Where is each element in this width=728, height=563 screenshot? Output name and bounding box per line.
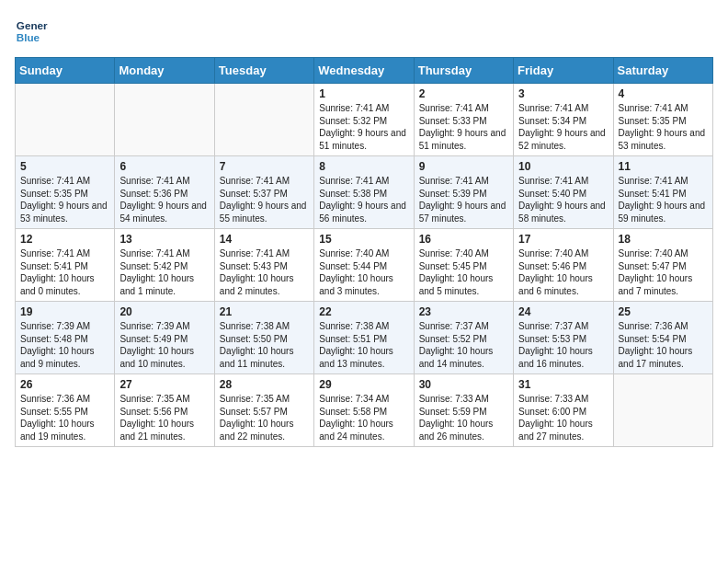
calendar-cell: 7Sunrise: 7:41 AM Sunset: 5:37 PM Daylig…: [214, 156, 313, 229]
day-info: Sunrise: 7:41 AM Sunset: 5:32 PM Dayligh…: [319, 102, 408, 152]
calendar-cell: 29Sunrise: 7:34 AM Sunset: 5:58 PM Dayli…: [314, 374, 414, 447]
calendar-cell: 5Sunrise: 7:41 AM Sunset: 5:35 PM Daylig…: [16, 156, 115, 229]
svg-text:General: General: [17, 19, 48, 31]
calendar-week-row: 1Sunrise: 7:41 AM Sunset: 5:32 PM Daylig…: [16, 84, 713, 156]
day-number: 29: [319, 378, 408, 391]
calendar-cell: 8Sunrise: 7:41 AM Sunset: 5:38 PM Daylig…: [314, 156, 414, 229]
calendar-cell: 22Sunrise: 7:38 AM Sunset: 5:51 PM Dayli…: [314, 302, 414, 374]
svg-text:Blue: Blue: [17, 31, 40, 43]
calendar-cell: 20Sunrise: 7:39 AM Sunset: 5:49 PM Dayli…: [115, 302, 214, 374]
day-number: 31: [518, 378, 608, 391]
calendar-cell: 16Sunrise: 7:40 AM Sunset: 5:45 PM Dayli…: [414, 229, 513, 302]
calendar-cell: 21Sunrise: 7:38 AM Sunset: 5:50 PM Dayli…: [214, 302, 313, 374]
day-info: Sunrise: 7:38 AM Sunset: 5:50 PM Dayligh…: [220, 320, 309, 370]
day-info: Sunrise: 7:35 AM Sunset: 5:57 PM Dayligh…: [220, 393, 309, 442]
calendar-cell: 19Sunrise: 7:39 AM Sunset: 5:48 PM Dayli…: [16, 302, 115, 374]
calendar-cell: [214, 84, 313, 156]
calendar-cell: 27Sunrise: 7:35 AM Sunset: 5:56 PM Dayli…: [115, 374, 214, 447]
page-header: General Blue: [15, 15, 713, 48]
calendar-cell: 30Sunrise: 7:33 AM Sunset: 5:59 PM Dayli…: [414, 374, 513, 447]
day-number: 12: [20, 233, 109, 246]
calendar-cell: 6Sunrise: 7:41 AM Sunset: 5:36 PM Daylig…: [115, 156, 214, 229]
calendar-cell: 9Sunrise: 7:41 AM Sunset: 5:39 PM Daylig…: [414, 156, 513, 229]
day-number: 23: [419, 305, 508, 318]
weekday-header-tuesday: Tuesday: [214, 58, 313, 84]
day-info: Sunrise: 7:40 AM Sunset: 5:46 PM Dayligh…: [518, 247, 608, 297]
weekday-header-thursday: Thursday: [414, 58, 513, 84]
day-number: 11: [619, 160, 708, 173]
calendar-cell: 18Sunrise: 7:40 AM Sunset: 5:47 PM Dayli…: [613, 229, 712, 302]
day-info: Sunrise: 7:41 AM Sunset: 5:37 PM Dayligh…: [220, 175, 309, 224]
day-number: 5: [20, 160, 109, 173]
calendar-header-row: SundayMondayTuesdayWednesdayThursdayFrid…: [16, 58, 713, 84]
calendar-cell: [613, 374, 712, 447]
day-number: 9: [419, 160, 508, 173]
weekday-header-saturday: Saturday: [613, 58, 712, 84]
day-info: Sunrise: 7:37 AM Sunset: 5:52 PM Dayligh…: [419, 320, 508, 370]
day-info: Sunrise: 7:40 AM Sunset: 5:45 PM Dayligh…: [419, 247, 508, 297]
calendar-cell: 28Sunrise: 7:35 AM Sunset: 5:57 PM Dayli…: [214, 374, 313, 447]
day-number: 25: [619, 305, 708, 318]
day-info: Sunrise: 7:39 AM Sunset: 5:48 PM Dayligh…: [20, 320, 109, 370]
day-number: 24: [518, 305, 608, 318]
calendar-cell: 14Sunrise: 7:41 AM Sunset: 5:43 PM Dayli…: [214, 229, 313, 302]
day-info: Sunrise: 7:41 AM Sunset: 5:40 PM Dayligh…: [518, 175, 608, 224]
calendar-cell: 10Sunrise: 7:41 AM Sunset: 5:40 PM Dayli…: [514, 156, 613, 229]
day-number: 14: [220, 233, 309, 246]
day-number: 18: [619, 233, 708, 246]
day-info: Sunrise: 7:33 AM Sunset: 6:00 PM Dayligh…: [518, 393, 608, 442]
day-number: 1: [319, 87, 408, 100]
calendar-week-row: 5Sunrise: 7:41 AM Sunset: 5:35 PM Daylig…: [16, 156, 713, 229]
calendar-cell: 26Sunrise: 7:36 AM Sunset: 5:55 PM Dayli…: [16, 374, 115, 447]
day-number: 15: [319, 233, 408, 246]
calendar-cell: 12Sunrise: 7:41 AM Sunset: 5:41 PM Dayli…: [16, 229, 115, 302]
day-number: 2: [419, 87, 508, 100]
calendar-cell: 24Sunrise: 7:37 AM Sunset: 5:53 PM Dayli…: [514, 302, 613, 374]
calendar-cell: 1Sunrise: 7:41 AM Sunset: 5:32 PM Daylig…: [314, 84, 414, 156]
day-info: Sunrise: 7:36 AM Sunset: 5:55 PM Dayligh…: [20, 393, 109, 442]
day-info: Sunrise: 7:40 AM Sunset: 5:47 PM Dayligh…: [619, 247, 708, 297]
day-info: Sunrise: 7:34 AM Sunset: 5:58 PM Dayligh…: [319, 393, 408, 442]
day-number: 28: [220, 378, 309, 391]
calendar-cell: 2Sunrise: 7:41 AM Sunset: 5:33 PM Daylig…: [414, 84, 513, 156]
day-number: 27: [119, 378, 209, 391]
day-number: 13: [119, 233, 209, 246]
day-info: Sunrise: 7:41 AM Sunset: 5:36 PM Dayligh…: [119, 175, 209, 224]
day-info: Sunrise: 7:41 AM Sunset: 5:35 PM Dayligh…: [20, 175, 109, 224]
day-number: 7: [220, 160, 309, 173]
calendar-cell: 11Sunrise: 7:41 AM Sunset: 5:41 PM Dayli…: [613, 156, 712, 229]
calendar-cell: 25Sunrise: 7:36 AM Sunset: 5:54 PM Dayli…: [613, 302, 712, 374]
calendar-cell: 13Sunrise: 7:41 AM Sunset: 5:42 PM Dayli…: [115, 229, 214, 302]
calendar-cell: [115, 84, 214, 156]
calendar-cell: [16, 84, 115, 156]
calendar-cell: 17Sunrise: 7:40 AM Sunset: 5:46 PM Dayli…: [514, 229, 613, 302]
day-info: Sunrise: 7:33 AM Sunset: 5:59 PM Dayligh…: [419, 393, 508, 442]
day-number: 20: [119, 305, 209, 318]
day-info: Sunrise: 7:41 AM Sunset: 5:35 PM Dayligh…: [619, 102, 708, 152]
day-number: 16: [419, 233, 508, 246]
day-number: 10: [518, 160, 608, 173]
weekday-header-monday: Monday: [115, 58, 214, 84]
calendar-week-row: 19Sunrise: 7:39 AM Sunset: 5:48 PM Dayli…: [16, 302, 713, 374]
weekday-header-friday: Friday: [514, 58, 613, 84]
day-number: 6: [119, 160, 209, 173]
weekday-header-sunday: Sunday: [16, 58, 115, 84]
day-info: Sunrise: 7:41 AM Sunset: 5:41 PM Dayligh…: [619, 175, 708, 224]
day-info: Sunrise: 7:39 AM Sunset: 5:49 PM Dayligh…: [119, 320, 209, 370]
day-info: Sunrise: 7:36 AM Sunset: 5:54 PM Dayligh…: [619, 320, 708, 370]
calendar-cell: 3Sunrise: 7:41 AM Sunset: 5:34 PM Daylig…: [514, 84, 613, 156]
day-info: Sunrise: 7:41 AM Sunset: 5:43 PM Dayligh…: [220, 247, 309, 297]
day-number: 26: [20, 378, 109, 391]
day-info: Sunrise: 7:41 AM Sunset: 5:42 PM Dayligh…: [119, 247, 209, 297]
calendar-table: SundayMondayTuesdayWednesdayThursdayFrid…: [15, 57, 713, 447]
calendar-cell: 23Sunrise: 7:37 AM Sunset: 5:52 PM Dayli…: [414, 302, 513, 374]
day-number: 21: [220, 305, 309, 318]
day-info: Sunrise: 7:41 AM Sunset: 5:41 PM Dayligh…: [20, 247, 109, 297]
day-info: Sunrise: 7:35 AM Sunset: 5:56 PM Dayligh…: [119, 393, 209, 442]
weekday-header-wednesday: Wednesday: [314, 58, 414, 84]
logo-icon: General Blue: [15, 15, 48, 48]
calendar-cell: 4Sunrise: 7:41 AM Sunset: 5:35 PM Daylig…: [613, 84, 712, 156]
calendar-cell: 15Sunrise: 7:40 AM Sunset: 5:44 PM Dayli…: [314, 229, 414, 302]
calendar-week-row: 26Sunrise: 7:36 AM Sunset: 5:55 PM Dayli…: [16, 374, 713, 447]
logo: General Blue: [15, 15, 51, 48]
